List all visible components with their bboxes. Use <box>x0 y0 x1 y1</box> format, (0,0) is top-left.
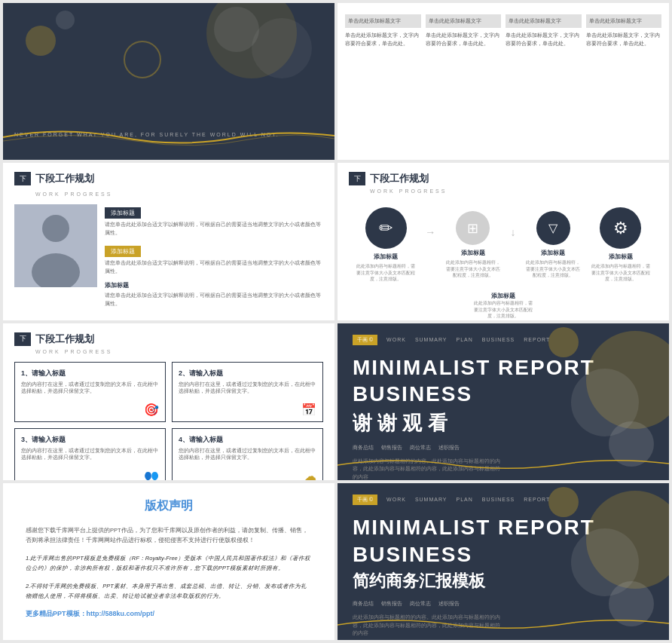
slide-5-box-3: 3、请输入标题 您的内容打在这里，或者通过过复制您的文本后，在此框中选择粘贴，并… <box>14 428 166 480</box>
deco-circle-tiny <box>56 11 75 29</box>
slide-3-item-1: 添加标题 请您单击此处添加合适文字以解释说明，可根据自己的需要适当地调整文字的大… <box>105 204 323 237</box>
deco-circle-sm <box>252 18 312 78</box>
copyright-link[interactable]: 更多精品PPT模板：http://588ku.com/ppt/ <box>26 609 312 619</box>
flow-item-4: ⚙ 添加标题 此处添加内容与标题相符，需要注意字体大小及文本匹配程度，注意排版。 <box>591 207 651 282</box>
box-2-desc: 您的内容打在这里，或者通过过复制您的文本后，在此框中选择粘贴，并选择只保留文字。 <box>179 381 316 396</box>
flow-desc-2: 此处添加内容与标题相符，需要注意字体大小及文本匹配程度，注意排版。 <box>444 259 501 278</box>
box-1-number: 1、请输入标题 <box>21 369 159 378</box>
flow-label-1: 添加标题 <box>374 253 398 261</box>
slide-6: 千画 © WORK SUMMARY PLAN BUSINESS REPORT M… <box>338 323 669 480</box>
flow-item-3: ▽ 添加标题 此处添加内容与标题相符，需要注意字体大小及文本匹配程度，注意排版。 <box>525 207 582 278</box>
slide-3-content: 添加标题 请您单击此处添加合适文字以解释说明，可根据自己的需要适当地调整文字的大… <box>14 204 323 314</box>
copyright-title: 版权声明 <box>26 498 312 514</box>
slide-3-text-items: 添加标题 请您单击此处添加合适文字以解释说明，可根据自己的需要适当地调整文字的大… <box>105 204 323 314</box>
text-block-2: 单击此处添加标题文字 单击此处添加标题文字，文字内容要符合要求，单击此处。 <box>426 14 502 47</box>
slide-4-bottom-labels: 添加标题 此处添加内容与标题相符，需要注意字体大小及文本匹配程度，注意排版。 <box>349 292 658 319</box>
text-block-3-desc: 单击此处添加标题文字，文字内容要符合要求，单击此处。 <box>506 32 582 47</box>
slide-3-tag-2: 添加标题 <box>105 246 141 257</box>
slide8-wave <box>338 614 669 632</box>
tag-1: 商务总结 <box>353 444 374 452</box>
slide-5-title-row: 下 下段工作规划 <box>14 332 323 346</box>
text-block-3-title: 单击此处添加标题文字 <box>506 14 582 28</box>
text-block-1-desc: 单击此处添加标题文字，文字内容要符合要求，单击此处。 <box>345 32 421 47</box>
slide-8: 千画 © WORK SUMMARY PLAN BUSINESS REPORT M… <box>338 483 669 640</box>
nav-item-plan: PLAN <box>457 337 473 342</box>
tag8-2: 销售报告 <box>381 600 402 608</box>
tag-3: 岗位常志 <box>410 444 431 452</box>
text-block-4-title: 单击此处添加标题文字 <box>586 14 662 28</box>
tag-2: 销售报告 <box>381 444 402 452</box>
slide-2: 单击此处添加标题文字 单击此处添加标题文字，文字内容要符合要求，单击此处。 单击… <box>338 3 669 160</box>
slide-8-nav-items: WORK SUMMARY PLAN BUSINESS REPORT <box>386 497 550 502</box>
slide-3-tag-3: 添加标题 <box>105 281 323 289</box>
text-block-3: 单击此处添加标题文字 单击此处添加标题文字，文字内容要符合要求，单击此处。 <box>506 14 582 47</box>
flow-desc-3: 此处添加内容与标题相符，需要注意字体大小及文本匹配程度，注意排版。 <box>525 259 582 278</box>
slide-5-title-text: 下段工作规划 <box>35 332 94 346</box>
photo-person-svg <box>14 204 97 287</box>
tag8-1: 商务总结 <box>353 600 374 608</box>
text-block-4: 单击此处添加标题文字 单击此处添加标题文字，文字内容要符合要求，单击此处。 <box>586 14 662 47</box>
slide-3-title-text: 下段工作规划 <box>35 172 94 185</box>
nav-item-summary: SUMMARY <box>415 337 447 342</box>
deco-gold-sm <box>548 327 579 357</box>
slide-6-nav-items: WORK SUMMARY PLAN BUSINESS REPORT <box>386 337 550 342</box>
box-3-icon: 👥 <box>144 469 159 480</box>
box-4-number: 4、请输入标题 <box>179 435 316 445</box>
text-block-4-desc: 单击此处添加标题文字，文字内容要符合要求，单击此处。 <box>586 32 662 47</box>
slide-3-desc-3: 请您单击此处添加合适文字以解释说明，可根据自己的需要适当地调整文字的大小或者颜色… <box>105 292 323 308</box>
slide-4-title-icon: 下 <box>349 172 365 185</box>
copyright-para1: 感谢您下载千库网平台上提供的PPT作品，为了您和千库网以及原创作者的利益，请勿复… <box>26 525 312 546</box>
nav8-item-plan: PLAN <box>457 497 473 502</box>
nav-item-business: BUSINESS <box>482 337 515 342</box>
slide-4-flow: ✏ 添加标题 此处添加内容与标题相符，需要注意字体大小及文本匹配程度，注意排版。… <box>349 201 658 288</box>
slide-3-title-icon: 下 <box>14 172 31 185</box>
box-2-icon: 📅 <box>301 403 316 417</box>
box-2-number: 2、请输入标题 <box>179 369 316 378</box>
slide-5-subtitle: WORK PROGRESS <box>35 349 323 354</box>
slide-5-box-2: 2、请输入标题 您的内容打在这里，或者通过过复制您的文本后，在此框中选择粘贴，并… <box>172 362 323 422</box>
slide-8-logo: 千画 © <box>353 494 377 505</box>
slide6-wave <box>338 454 669 473</box>
nav-item-report: REPORT <box>524 337 550 342</box>
slide-3-title-row: 下 下段工作规划 <box>14 172 323 185</box>
deco-circle-sm-left <box>26 26 56 56</box>
box-4-icon: ☁ <box>304 469 316 480</box>
tag8-3: 岗位常志 <box>410 600 431 608</box>
slide-5: 下 下段工作规划 WORK PROGRESS 1、请输入标题 您的内容打在这里，… <box>3 323 334 480</box>
text-block-2-title: 单击此处添加标题文字 <box>426 14 502 28</box>
slide-7: 版权声明 感谢您下载千库网平台上提供的PPT作品，为了您和千库网以及原创作者的利… <box>3 483 334 640</box>
copyright-para2: 1.此千库网出售的PPT模板是免费模板（RF：Royalty-Free）受版本《… <box>26 553 312 574</box>
slide-5-title-icon: 下 <box>14 332 31 346</box>
flow-label-2: 添加标题 <box>461 249 485 257</box>
flow-label-3: 添加标题 <box>541 249 565 257</box>
box-1-icon: 🎯 <box>144 403 159 417</box>
bottom-label-1: 添加标题 此处添加内容与标题相符，需要注意字体大小及文本匹配程度，注意排版。 <box>473 292 533 319</box>
svg-point-1 <box>42 215 69 242</box>
nav8-item-summary: SUMMARY <box>415 497 447 502</box>
slide-3-item-3: 添加标题 请您单击此处添加合适文字以解释说明，可根据自己的需要适当地调整文字的大… <box>105 281 323 308</box>
deco-gold-sm-8 <box>548 487 579 517</box>
tag8-4: 述职报告 <box>438 600 460 608</box>
flow-item-1: ✏ 添加标题 此处添加内容与标题相符，需要注意字体大小及文本匹配程度，注意排版。 <box>356 207 416 282</box>
nav-item-work: WORK <box>386 337 406 342</box>
box-4-desc: 您的内容打在这里，或者通过过复制您的文本后，在此框中选择粘贴，并选择只保留文字。 <box>179 447 316 462</box>
flow-icon-3: ▽ <box>536 211 570 245</box>
slide-4-title-row: 下 下段工作规划 <box>349 172 658 185</box>
deco-circle-outline <box>124 41 161 78</box>
slide-6-logo: 千画 © <box>353 335 377 345</box>
text-block-2-desc: 单击此处添加标题文字，文字内容要符合要求，单击此处。 <box>426 32 502 47</box>
flow-arrow-1: → <box>425 226 435 238</box>
slide-3-desc-2: 请您单击此处添加合适文字以解释说明，可根据自己的需要适当地调整文字的大小或者颜色… <box>105 259 323 275</box>
deco-circle-md <box>214 7 259 52</box>
flow-desc-1: 此处添加内容与标题相符，需要注意字体大小及文本匹配程度，注意排版。 <box>356 263 416 282</box>
slide-4: 下 下段工作规划 WORK PROGRESS ✏ 添加标题 此处添加内容与标题相… <box>338 163 669 320</box>
slide-5-box-4: 4、请输入标题 您的内容打在这里，或者通过过复制您的文本后，在此框中选择粘贴，并… <box>172 428 323 480</box>
flow-icon-1: ✏ <box>365 207 407 249</box>
nav8-item-work: WORK <box>386 497 406 502</box>
slide-5-box-1: 1、请输入标题 您的内容打在这里，或者通过过复制您的文本后，在此框中选择粘贴，并… <box>14 362 166 422</box>
box-1-desc: 您的内容打在这里，或者通过过复制您的文本后，在此框中选择粘贴，并选择只保留文字。 <box>21 381 159 396</box>
slide-3-photo <box>14 204 97 287</box>
gold-wave <box>3 122 334 149</box>
nav8-item-business: BUSINESS <box>482 497 515 502</box>
text-block-1: 单击此处添加标题文字 单击此处添加标题文字，文字内容要符合要求，单击此处。 <box>345 14 421 47</box>
